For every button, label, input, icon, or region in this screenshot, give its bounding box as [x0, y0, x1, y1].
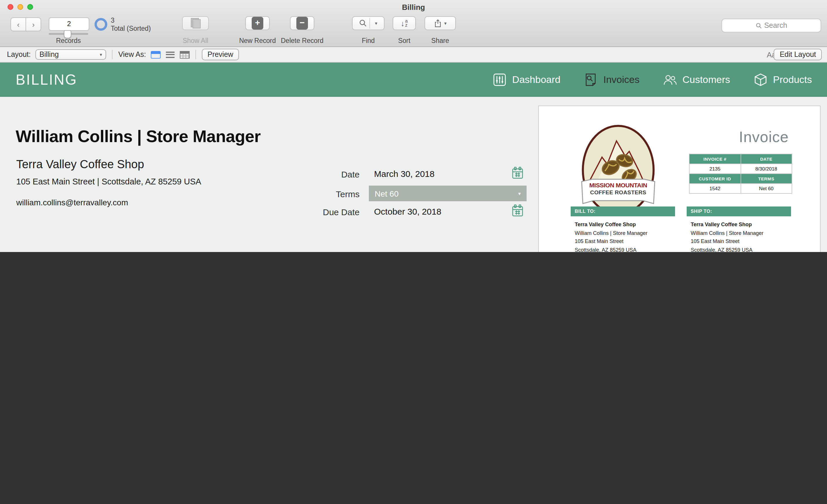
- customer-address: 105 East Main Street | Scottsdale, AZ 85…: [16, 177, 201, 186]
- delete-record-label: Delete Record: [281, 37, 323, 44]
- list-view-button[interactable]: [165, 51, 174, 58]
- find-button[interactable]: ▾: [352, 16, 385, 30]
- invoice-preview-title: Invoice: [739, 128, 789, 146]
- invoice-terms-header: TERMS: [741, 174, 792, 183]
- terms-dropdown[interactable]: Net 60 ▾: [369, 186, 527, 201]
- sort-button[interactable]: ↓az: [393, 16, 416, 30]
- people-icon: [663, 72, 677, 87]
- ship-to-street: 105 East Main Street: [691, 237, 795, 246]
- show-all-button[interactable]: [182, 16, 209, 31]
- nav-customers-label: Customers: [682, 74, 730, 86]
- show-all-label: Show All: [183, 37, 208, 44]
- plus-record-icon: +: [252, 17, 263, 30]
- delete-record-button[interactable]: −: [290, 16, 314, 30]
- invoice-date-value: 8/30/2018: [741, 164, 792, 173]
- form-view-button[interactable]: [150, 51, 160, 58]
- layout-bar: Layout: Billing ▾ View As: Preview Aa Ed…: [0, 47, 827, 63]
- pages-icon: [191, 18, 200, 29]
- calendar-icon[interactable]: [512, 204, 524, 217]
- find-label: Find: [362, 37, 375, 44]
- bill-to-contact: William Collins | Store Manager: [575, 229, 679, 237]
- date-value[interactable]: March 30, 2018: [374, 169, 434, 179]
- view-as-label: View As:: [118, 50, 146, 59]
- bill-to-street: 105 East Main Street: [575, 237, 679, 246]
- invoice-search-icon: [584, 72, 598, 87]
- terms-label: Terms: [302, 189, 359, 199]
- logo-brand-line2: COFFEE ROASTERS: [581, 189, 656, 195]
- new-record-button[interactable]: +: [245, 16, 270, 30]
- window-title: Billing: [0, 3, 827, 12]
- share-icon: [434, 19, 442, 28]
- current-record-input[interactable]: 2: [49, 17, 89, 31]
- sliders-icon: [492, 72, 507, 87]
- layout-label: Layout:: [7, 50, 31, 59]
- search-icon: [756, 22, 762, 29]
- share-label: Share: [431, 37, 449, 44]
- found-set-pie-icon[interactable]: [95, 18, 107, 31]
- ship-to-block: Terra Valley Coffee Shop William Collins…: [691, 220, 795, 252]
- nav-dashboard[interactable]: Dashboard: [492, 72, 560, 87]
- chevron-down-icon: ▾: [375, 20, 377, 26]
- bill-to-company: Terra Valley Coffee Shop: [575, 220, 679, 229]
- new-record-label: New Record: [239, 37, 276, 44]
- coffee-roasters-logo: [581, 123, 656, 216]
- due-date-value[interactable]: October 30, 2018: [374, 206, 441, 216]
- customer-id-value: 1542: [689, 184, 740, 193]
- app-window: Billing ‹› 2 Records 3 Total (Sorted) Sh…: [0, 0, 827, 252]
- ship-to-company: Terra Valley Coffee Shop: [691, 220, 795, 229]
- cube-icon: [753, 72, 768, 87]
- bill-to-header: BILL TO:: [571, 206, 675, 216]
- due-date-label: Due Date: [302, 207, 359, 217]
- table-view-button[interactable]: [180, 51, 189, 58]
- bill-to-block: Terra Valley Coffee Shop William Collins…: [575, 220, 679, 252]
- invoice-number-header: INVOICE #: [689, 154, 740, 163]
- app-title: BILLING: [16, 71, 78, 88]
- date-label: Date: [302, 169, 359, 179]
- minus-record-icon: −: [296, 17, 308, 30]
- customer-email: william.collins@terravalley.com: [16, 198, 128, 207]
- chevron-down-icon: ▾: [518, 191, 521, 196]
- main-nav: Dashboard Invoices Customers Products: [492, 72, 812, 87]
- customer-company: Terra Valley Coffee Shop: [16, 158, 144, 171]
- search-icon: [359, 19, 368, 27]
- preview-button[interactable]: Preview: [201, 49, 239, 60]
- records-label: Records: [56, 37, 81, 44]
- nav-invoices[interactable]: Invoices: [584, 72, 640, 87]
- next-record-button[interactable]: ›: [26, 17, 41, 31]
- record-slider[interactable]: [49, 33, 88, 35]
- invoice-number-value: 2135: [689, 164, 740, 173]
- logo-brand-line1: MISSION MOUNTAIN: [581, 182, 656, 189]
- ship-to-contact: William Collins | Store Manager: [691, 229, 795, 237]
- nav-products-label: Products: [773, 74, 812, 86]
- ship-to-header: SHIP TO:: [687, 206, 791, 216]
- chevron-down-icon: ▾: [100, 52, 102, 57]
- edit-layout-button[interactable]: Edit Layout: [774, 49, 822, 60]
- customer-id-header: CUSTOMER ID: [689, 174, 740, 183]
- app-header: BILLING Dashboard Invoices Customers Pro…: [0, 63, 827, 97]
- nav-dashboard-label: Dashboard: [512, 74, 560, 86]
- record-nav-buttons: ‹›: [10, 17, 42, 31]
- invoice-info-grid: INVOICE # DATE 2135 8/30/2018 CUSTOMER I…: [689, 154, 792, 194]
- share-button[interactable]: ▾: [425, 16, 456, 30]
- search-input[interactable]: Search: [722, 18, 821, 33]
- terms-value: Net 60: [375, 189, 518, 198]
- sort-label: Sort: [398, 37, 410, 44]
- search-placeholder: Search: [764, 21, 787, 30]
- nav-invoices-label: Invoices: [603, 74, 640, 86]
- customer-name-title: William Collins | Store Manager: [16, 127, 261, 146]
- sort-az-icon: ↓az: [401, 19, 408, 28]
- invoice-terms-value: Net 60: [741, 184, 792, 193]
- ship-to-city: Scottsdale, AZ 85259 USA: [691, 246, 795, 252]
- layout-dropdown-value: Billing: [39, 50, 97, 59]
- invoice-date-header: DATE: [741, 154, 792, 163]
- chevron-down-icon: ▾: [444, 20, 446, 26]
- previous-record-button[interactable]: ‹: [10, 17, 26, 31]
- nav-customers[interactable]: Customers: [663, 72, 730, 87]
- found-set-status: 3 Total (Sorted): [111, 17, 151, 33]
- invoice-preview-panel: Invoice MISSION MOUNTAIN COFFEE ROASTERS…: [538, 106, 821, 252]
- nav-products[interactable]: Products: [753, 72, 812, 87]
- toolbar: Billing ‹› 2 Records 3 Total (Sorted) Sh…: [0, 0, 827, 47]
- found-count: 3: [111, 17, 151, 24]
- calendar-icon[interactable]: [512, 166, 524, 179]
- layout-dropdown[interactable]: Billing ▾: [35, 49, 106, 60]
